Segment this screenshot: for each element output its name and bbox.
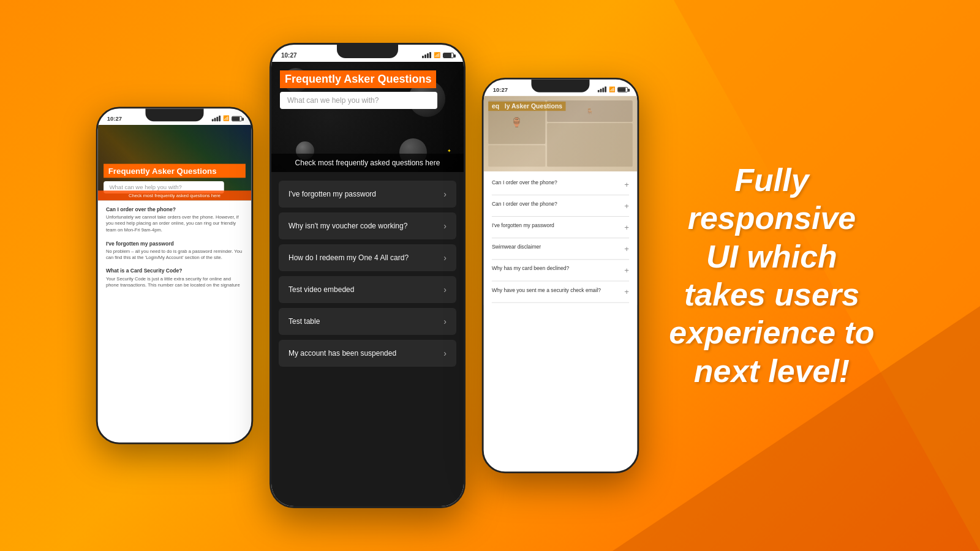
rsignal-3 <box>602 88 604 92</box>
phone-right-notch <box>532 80 590 92</box>
faq-btn-4-chevron: › <box>443 285 447 294</box>
rbattery-icon <box>617 87 628 92</box>
faq-right-5[interactable]: Why has my card been declined? + <box>492 260 629 281</box>
faq-right-1[interactable]: Can I order over the phone? + <box>492 174 629 195</box>
phone-center-hero-title: Frequently Asker Questions <box>280 70 436 88</box>
phone-center-cta: Check most frequently asked questions he… <box>271 154 464 172</box>
faq-q2: I've forgotten my password <box>106 241 243 247</box>
phone-left-notch <box>146 108 204 121</box>
phone-left: 10:27 📶 Frequently Asker Questions What … <box>96 107 254 444</box>
phone-center-notch <box>337 45 398 58</box>
phone-right-hero-overlay: eq ly Asker Questions <box>488 100 633 113</box>
rsignal-4 <box>605 86 606 92</box>
faq-q3: What is a Card Security Code? <box>106 268 243 274</box>
phone-right-hero: 🏺 🪑 eq ly Asker Questions <box>484 96 638 171</box>
phone-right-faq: Can I order over the phone? + Can I orde… <box>484 171 638 305</box>
battery-icon <box>232 116 242 121</box>
faq-right-2-label: Can I order over the phone? <box>492 201 557 207</box>
main-content: 10:27 📶 Frequently Asker Questions What … <box>0 0 980 551</box>
faq-item-3: What is a Card Security Code? Your Secur… <box>106 268 243 289</box>
faq-right-1-plus: + <box>624 179 629 189</box>
rwifi-icon: 📶 <box>609 86 615 92</box>
phone-right-hero-title-partial: eq ly Asker Questions <box>488 102 566 111</box>
faq-item-2: I've forgotten my password No problem – … <box>106 241 243 261</box>
faq-right-4-plus: + <box>624 244 629 253</box>
faq-right-3-label: I've forgotten my password <box>492 223 554 229</box>
cwifi-icon: 📶 <box>434 52 440 58</box>
faq-btn-4[interactable]: Test video embeded › <box>279 276 456 303</box>
phone-right-status-icons: 📶 <box>598 86 628 92</box>
faq-btn-3[interactable]: How do I redeem my One 4 All card? › <box>279 244 456 271</box>
signal-3 <box>216 117 218 122</box>
faq-btn-3-chevron: › <box>443 253 447 263</box>
faq-right-3-plus: + <box>624 223 629 232</box>
csignal-3 <box>427 53 429 58</box>
rsignal-2 <box>600 89 602 92</box>
faq-right-3[interactable]: I've forgotten my password + <box>492 217 629 238</box>
faq-btn-4-label: Test video embeded <box>288 285 354 294</box>
faq-btn-1[interactable]: I've forgotten my password › <box>279 181 456 208</box>
faq-btn-2[interactable]: Why isn't my voucher code working? › <box>279 212 456 239</box>
faq-a1: Unfortunately we cannot take orders over… <box>106 214 243 233</box>
phone-center-faq: I've forgotten my password › Why isn't m… <box>271 172 464 506</box>
phone-center: 10:27 📶 <box>270 43 466 508</box>
signal-4 <box>219 116 221 122</box>
phone-left-hero-bg: Frequently Asker Questions What can we h… <box>98 125 252 201</box>
faq-btn-1-chevron: › <box>443 189 447 199</box>
faq-btn-5-label: Test table <box>288 317 320 326</box>
faq-right-5-plus: + <box>624 266 629 275</box>
phone-right-hero-bg: 🏺 🪑 eq ly Asker Questions <box>484 96 638 171</box>
phone-left-hero-title: Frequently Asker Questions <box>104 164 246 178</box>
phone-center-time: 10:27 <box>281 52 297 59</box>
csignal-1 <box>422 56 424 58</box>
phone-center-screen: ✦ ✦ Frequently Asker Questions What can … <box>271 62 464 506</box>
faq-a3: Your Security Code is just a little extr… <box>106 276 243 288</box>
phone-left-status-icons: 📶 <box>212 116 242 122</box>
csignal-2 <box>424 54 426 58</box>
faq-btn-2-label: Why isn't my voucher code working? <box>288 222 407 230</box>
faq-btn-5-chevron: › <box>443 317 447 326</box>
faq-btn-5[interactable]: Test table › <box>279 308 456 335</box>
phone-right-time: 10:27 <box>493 86 508 92</box>
hero-img-block-2 <box>488 145 545 167</box>
marketing-text: Fully responsive UI which takes users ex… <box>668 161 876 390</box>
sparkle-2: ✦ <box>447 148 451 154</box>
phone-left-faq-list: Can I order over the phone? Unfortunatel… <box>98 200 252 301</box>
phone-center-search[interactable]: What can we help you with? <box>280 92 437 109</box>
faq-right-5-label: Why has my card been declined? <box>492 266 569 272</box>
faq-right-2[interactable]: Can I order over the phone? + <box>492 195 629 217</box>
csignal-4 <box>429 52 431 58</box>
faq-btn-1-label: I've forgotten my password <box>288 190 376 198</box>
phone-left-time: 10:27 <box>107 115 122 121</box>
faq-right-4-label: Swimwear disclaimer <box>492 244 541 250</box>
signal-2 <box>214 118 216 122</box>
phone-right: 10:27 📶 🏺 <box>482 78 639 473</box>
faq-right-6-label: Why have you sent me a security check em… <box>492 287 601 293</box>
faq-a2: No problem – all you need to do is grab … <box>106 248 243 261</box>
phone-left-hero: Frequently Asker Questions What can we h… <box>98 125 252 201</box>
faq-q1: Can I order over the phone? <box>106 206 243 212</box>
phone-center-hero: ✦ ✦ Frequently Asker Questions What can … <box>271 62 464 172</box>
faq-btn-6-chevron: › <box>443 348 447 358</box>
hero-img-block-4 <box>547 123 633 167</box>
faq-btn-6-label: My account has been suspended <box>288 349 396 358</box>
phone-left-screen: Frequently Asker Questions What can we h… <box>98 125 252 443</box>
rsignal-1 <box>598 90 600 92</box>
wifi-icon: 📶 <box>223 116 229 122</box>
marketing-section: Fully responsive UI which takes users ex… <box>655 149 888 402</box>
signal-1 <box>212 119 214 121</box>
faq-right-6-plus: + <box>624 287 629 296</box>
faq-item-1: Can I order over the phone? Unfortunatel… <box>106 206 243 233</box>
faq-right-1-label: Can I order over the phone? <box>492 179 557 186</box>
hero-img-icon-1: 🏺 <box>511 116 522 127</box>
phone-right-screen: 🏺 🪑 eq ly Asker Questions <box>484 96 638 471</box>
faq-btn-2-chevron: › <box>443 221 447 231</box>
phone-left-cta: Check most frequently asked questions he… <box>98 190 252 200</box>
faq-btn-6[interactable]: My account has been suspended › <box>279 340 456 367</box>
faq-right-6[interactable]: Why have you sent me a security check em… <box>492 282 629 303</box>
phone-center-status-icons: 📶 <box>422 52 454 58</box>
faq-right-2-plus: + <box>624 201 629 210</box>
cbattery-icon <box>443 53 454 58</box>
faq-btn-3-label: How do I redeem my One 4 All card? <box>288 253 409 262</box>
faq-right-4[interactable]: Swimwear disclaimer + <box>492 238 629 260</box>
